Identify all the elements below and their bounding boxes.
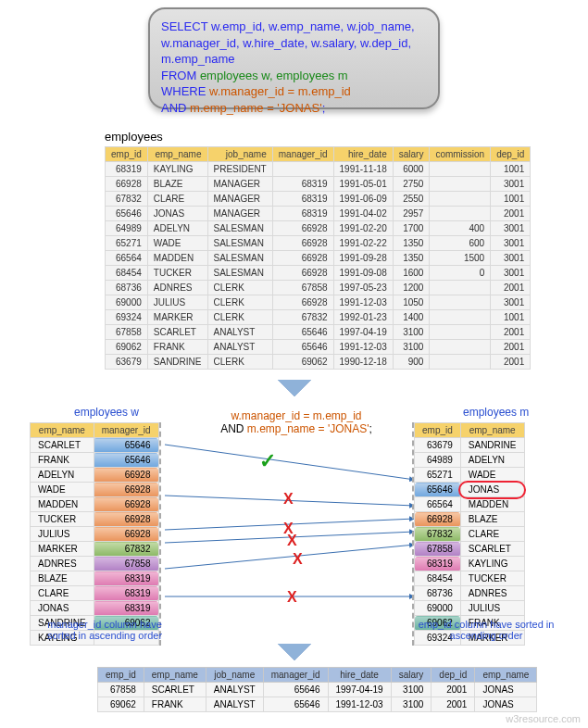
table-row: ADELYN66928 <box>31 468 159 483</box>
table-row: JULIUS66928 <box>31 527 159 542</box>
table-row: FRANK65646 <box>31 453 159 468</box>
table-row: 67858SCARLETANALYST656461997-04-19310020… <box>106 325 531 340</box>
table-row: TUCKER66928 <box>31 512 159 527</box>
sql-from-tbl: employees w, employees m <box>200 69 348 82</box>
col-header: emp_id <box>415 423 461 438</box>
table-row: 66564MADDENSALESMAN669281991-09-28135015… <box>106 251 531 266</box>
employees-table-container: emp_idemp_namejob_namemanager_idhire_dat… <box>105 146 531 370</box>
sql-semi: ; <box>322 101 326 115</box>
employees-w-table-container: emp_namemanager_id SCARLET65646FRANK6564… <box>30 422 161 646</box>
sql-query-box: SELECT w.emp_id, w.emp_name, w.job_name,… <box>148 7 440 109</box>
table-row: 69062FRANKANALYST656461991-12-0331002001… <box>98 697 537 712</box>
x-icon: X <box>287 533 297 549</box>
table-row: 65271WADESALESMAN669281991-02-2213506003… <box>106 236 531 251</box>
table-row: 66928BLAZE <box>415 512 525 527</box>
col-header: emp_id <box>98 668 144 683</box>
arrow-down-1 <box>278 380 311 396</box>
table-row: 68454TUCKER <box>415 571 525 586</box>
sql-from-kw: FROM <box>161 69 200 82</box>
col-header: emp_name <box>460 423 524 438</box>
col-header: emp_id <box>106 147 148 162</box>
col-header: emp_name <box>31 423 94 438</box>
col-header: emp_name <box>147 147 207 162</box>
table-row: 68736ADNRESCLERK678581997-05-2312002001 <box>106 281 531 295</box>
x-icon: X <box>293 551 303 568</box>
employees-m-table: emp_idemp_name 63679SANDRINE64989ADELYN6… <box>414 422 525 646</box>
sql-where-kw: WHERE <box>161 84 209 98</box>
mid-cond1: w.manager_id = m.emp_id <box>231 409 361 422</box>
col-header: emp_name <box>475 668 537 683</box>
watermark: w3resource.com <box>506 713 581 724</box>
col-header: hire_date <box>328 668 391 683</box>
sql-cond2: m.emp_name = 'JONAS' <box>190 101 322 115</box>
table-row: CLARE68319 <box>31 586 159 601</box>
table-row: 68454TUCKERSALESMAN669281991-09-08160003… <box>106 266 531 281</box>
table-row: ADNRES67858 <box>31 557 159 571</box>
table-row: MARKER67832 <box>31 542 159 557</box>
col-header: dep_id <box>432 668 475 683</box>
employees-m-table-container: emp_idemp_name 63679SANDRINE64989ADELYN6… <box>412 422 525 646</box>
table-row: 63679SANDRINE <box>415 438 525 453</box>
svg-line-0 <box>165 445 415 480</box>
table-row: JONAS68319 <box>31 601 159 616</box>
table-row: WADE66928 <box>31 483 159 497</box>
m-sort-note: emp_id column have sorted in ascending o… <box>417 619 556 641</box>
employees-table: emp_idemp_namejob_namemanager_idhire_dat… <box>105 146 531 370</box>
col-header: salary <box>391 668 432 683</box>
table-row: 69062FRANKANALYST656461991-12-0331002001 <box>106 340 531 355</box>
table-row: 65646JONAS <box>415 483 525 497</box>
table-row: 67858SCARLET <box>415 542 525 557</box>
w-sort-note: manager_id column have sorted in ascendi… <box>35 619 174 641</box>
x-icon: X <box>283 491 294 508</box>
col-header: job_name <box>206 668 263 683</box>
col-header: job_name <box>207 147 272 162</box>
table-row: 66564MADDEN <box>415 497 525 512</box>
table-row: 67858SCARLETANALYST656461997-04-19310020… <box>98 683 537 697</box>
arrow-down-2 <box>278 644 311 660</box>
table-row: 68319KAYLINGPRESIDENT1991-11-1860001001 <box>106 162 531 177</box>
col-header: manager_id <box>263 668 328 683</box>
table-row: 64989ADELYN <box>415 453 525 468</box>
table-row: SCARLET65646 <box>31 438 159 453</box>
result-table-container: emp_idemp_namejob_namemanager_idhire_dat… <box>97 667 537 712</box>
col-header: dep_id <box>491 147 531 162</box>
table-row: 65271WADE <box>415 468 525 483</box>
sql-select: SELECT w.emp_id, w.emp_name, w.job_name,… <box>161 19 415 66</box>
table-row: 67832CLARE <box>415 527 525 542</box>
col-header: emp_name <box>144 668 206 683</box>
result-table: emp_idemp_namejob_namemanager_idhire_dat… <box>97 667 537 712</box>
col-header: salary <box>393 147 430 162</box>
table-row: 66928BLAZEMANAGER683191991-05-0127503001 <box>106 177 531 192</box>
table-row: BLAZE68319 <box>31 571 159 586</box>
employees-label: employees <box>105 130 163 144</box>
employees-m-label: employees m <box>463 406 529 419</box>
employees-w-table: emp_namemanager_id SCARLET65646FRANK6564… <box>30 422 159 646</box>
table-row: 69000JULIUS <box>415 601 525 616</box>
col-header: manager_id <box>94 423 158 438</box>
table-row: 68319KAYLING <box>415 557 525 571</box>
mid-semi: ; <box>369 422 371 435</box>
table-row: 68736ADNRES <box>415 586 525 601</box>
table-row: 69324MARKERCLERK678321992-01-2314001001 <box>106 310 531 325</box>
sql-and-kw: AND <box>161 101 190 115</box>
check-icon: ✓ <box>259 449 276 473</box>
table-row: 69000JULIUSCLERK669281991-12-0310503001 <box>106 295 531 310</box>
employees-w-label: employees w <box>74 406 139 419</box>
x-icon: X <box>287 589 297 606</box>
table-row: 64989ADELYNSALESMAN669281991-02-20170040… <box>106 221 531 236</box>
col-header: hire_date <box>333 147 393 162</box>
col-header: commission <box>430 147 491 162</box>
table-row: 67832CLAREMANAGER683191991-06-0925501001 <box>106 192 531 207</box>
sql-cond1: w.manager_id = m.emp_id <box>209 84 351 98</box>
col-header: manager_id <box>272 147 333 162</box>
table-row: 65646JONASMANAGER683191991-04-0229572001 <box>106 207 531 221</box>
mid-and: AND <box>220 422 247 435</box>
join-condition-text: w.manager_id = m.emp_id AND m.emp_name =… <box>208 409 384 435</box>
table-row: 63679SANDRINECLERK690621990-12-189002001 <box>106 355 531 370</box>
mid-cond2: m.emp_name = 'JONAS' <box>247 422 369 435</box>
table-row: MADDEN66928 <box>31 497 159 512</box>
